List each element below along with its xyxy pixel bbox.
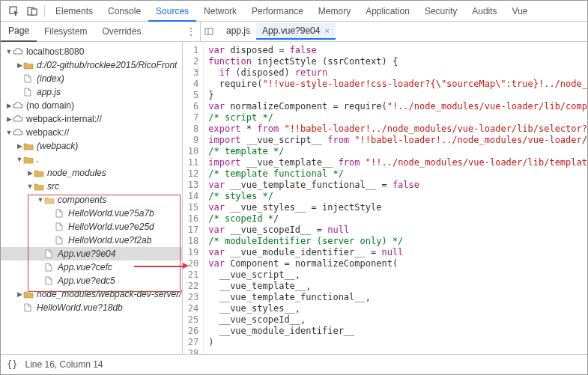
tree-label: node_modules <box>46 168 106 178</box>
editor-tab[interactable]: App.vue?9e04× <box>256 23 336 40</box>
tab-sources[interactable]: Sources <box>148 1 196 22</box>
disclosure-triangle[interactable]: ▶ <box>16 61 23 69</box>
devtools-toolbar: ElementsConsoleSourcesNetworkPerformance… <box>1 1 587 22</box>
line-gutter: 1234567891011121314151617181920212223242… <box>183 42 204 354</box>
file-icon <box>23 303 35 312</box>
tree-item[interactable]: app.js <box>1 85 182 99</box>
folder-icon <box>23 156 35 164</box>
tree-item[interactable]: HelloWorld.vue?f2ab <box>1 234 182 247</box>
tree-label: HelloWorld.vue?e25d <box>67 222 154 232</box>
navtab-filesystem[interactable]: Filesystem <box>37 22 94 42</box>
tab-memory[interactable]: Memory <box>311 1 358 22</box>
disclosure-triangle[interactable]: ▶ <box>16 142 23 150</box>
tree-item[interactable]: ▶(webpack) <box>1 139 182 153</box>
tree-item[interactable]: ▼src <box>1 180 182 193</box>
file-icon <box>44 263 56 272</box>
disclosure-triangle[interactable]: ▼ <box>5 129 13 136</box>
disclosure-triangle[interactable]: ▼ <box>5 48 13 55</box>
inspect-icon[interactable] <box>5 2 23 20</box>
main-tabs: ElementsConsoleSourcesNetworkPerformance… <box>48 1 536 22</box>
pretty-print-icon[interactable]: {} <box>7 359 17 370</box>
annotation-arrow <box>134 266 183 267</box>
tree-item[interactable]: HelloWorld.vue?5a7b <box>1 207 182 220</box>
cloud-icon <box>13 128 25 137</box>
code-content[interactable]: var disposed = falsefunction injectStyle… <box>204 42 587 354</box>
folder-icon <box>23 61 35 70</box>
editor-tab[interactable]: app.js <box>220 23 256 40</box>
disclosure-triangle[interactable]: ▶ <box>5 115 13 123</box>
tree-item[interactable]: App.vue?edc5 <box>1 274 182 287</box>
tree-label: . <box>35 154 39 165</box>
tree-item[interactable]: ▼components <box>1 193 182 207</box>
tree-item[interactable]: HelloWorld.vue?e25d <box>1 220 182 234</box>
tree-label: (webpack) <box>35 141 78 151</box>
close-icon[interactable]: × <box>324 26 329 35</box>
tab-performance[interactable]: Performance <box>244 1 311 22</box>
file-icon <box>23 88 35 97</box>
tree-label: App.vue?cefc <box>56 262 112 272</box>
tree-label: src <box>46 181 59 192</box>
folder-dim-icon <box>44 196 56 204</box>
tree-item[interactable]: ▶d:/02-github/rocklee2015/RicoFront <box>1 58 182 72</box>
status-bar: {} Line 16, Column 14 <box>1 354 587 374</box>
tree-label: localhost:8080 <box>25 46 84 57</box>
tree-label: App.vue?9e04 <box>56 249 115 259</box>
cloud-icon <box>13 47 25 56</box>
annotation-arrow-head <box>183 263 189 269</box>
tab-console[interactable]: Console <box>100 1 148 22</box>
tab-network[interactable]: Network <box>196 1 244 22</box>
tab-security[interactable]: Security <box>417 1 464 22</box>
cloud-icon <box>13 101 25 110</box>
tree-item[interactable]: (index) <box>1 72 182 85</box>
folder-icon <box>23 290 35 299</box>
disclosure-triangle[interactable]: ▶ <box>5 102 13 109</box>
tree-item[interactable]: ▶(no domain) <box>1 99 182 112</box>
disclosure-triangle[interactable]: ▼ <box>16 156 23 163</box>
separator <box>44 5 45 17</box>
disclosure-triangle[interactable]: ▼ <box>37 196 44 204</box>
tree-label: (no domain) <box>25 100 74 111</box>
file-navigator[interactable]: ▼localhost:8080▶d:/02-github/rocklee2015… <box>1 42 183 354</box>
code-editor[interactable]: 1234567891011121314151617181920212223242… <box>183 42 587 354</box>
tree-item[interactable]: ▼webpack:// <box>1 126 182 139</box>
tree-label: d:/02-github/rocklee2015/RicoFront <box>35 60 177 70</box>
tree-label: webpack:// <box>25 127 69 138</box>
tree-item[interactable]: HelloWorld.vue?18db <box>1 301 182 314</box>
disclosure-triangle[interactable]: ▼ <box>26 183 34 190</box>
tab-audits[interactable]: Audits <box>464 1 504 22</box>
navtab-overrides[interactable]: Overrides <box>94 22 148 42</box>
tree-label: HelloWorld.vue?f2ab <box>67 235 151 246</box>
folder-icon <box>23 142 35 150</box>
main-area: ▼localhost:8080▶d:/02-github/rocklee2015… <box>1 42 587 354</box>
tree-item[interactable]: ▶node_modules/webpack-dev-server/ <box>1 287 182 301</box>
tree-label: App.vue?edc5 <box>56 275 115 286</box>
device-toggle-icon[interactable] <box>23 2 41 20</box>
disclosure-triangle[interactable]: ▶ <box>26 169 34 177</box>
tree-label: app.js <box>35 87 61 97</box>
file-icon <box>44 276 56 285</box>
svg-rect-2 <box>31 9 37 15</box>
history-nav-icon[interactable] <box>204 27 219 36</box>
disclosure-triangle[interactable]: ▶ <box>16 290 23 298</box>
tree-item[interactable]: ▶webpack-internal:// <box>1 112 182 126</box>
tree-item[interactable]: App.vue?cefc <box>1 260 182 274</box>
tree-item[interactable]: ▼. <box>1 153 182 166</box>
more-icon[interactable]: ⋮ <box>182 26 200 37</box>
tree-label: node_modules/webpack-dev-server/ <box>35 289 181 299</box>
tree-item[interactable]: ▶node_modules <box>1 166 182 180</box>
cursor-position: Line 16, Column 14 <box>25 359 103 370</box>
tab-vue[interactable]: Vue <box>505 1 536 22</box>
tab-application[interactable]: Application <box>358 1 417 22</box>
tab-elements[interactable]: Elements <box>48 1 100 22</box>
tree-label: HelloWorld.vue?5a7b <box>67 208 154 219</box>
navtab-page[interactable]: Page <box>1 22 37 42</box>
file-icon <box>55 236 67 245</box>
sources-subbar: PageFilesystemOverrides ⋮ app.jsApp.vue?… <box>1 22 587 42</box>
file-icon <box>55 209 67 218</box>
tree-item[interactable]: App.vue?9e04 <box>1 247 182 260</box>
file-icon <box>55 222 67 231</box>
tree-item[interactable]: ▼localhost:8080 <box>1 45 182 58</box>
file-icon <box>23 74 35 83</box>
editor-tab-bar: app.jsApp.vue?9e04× <box>201 22 587 41</box>
file-icon <box>44 249 56 258</box>
